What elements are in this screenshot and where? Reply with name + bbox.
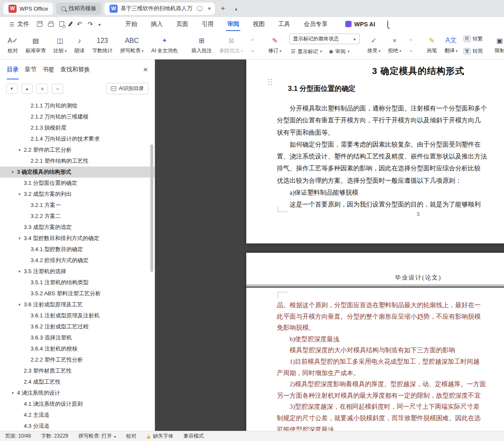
undo-icon[interactable]: ↶ [77, 20, 82, 28]
expand-triangle-icon[interactable] [18, 270, 24, 274]
ai-recognize-toc-button[interactable]: AI识别目录 [106, 83, 149, 94]
redo-icon[interactable]: ↷ [87, 20, 93, 28]
toc-item[interactable]: 3.5.2 ABS 塑料注塑工艺分析 [0, 288, 155, 299]
toc-item[interactable]: 3.2.1 方案一 [0, 200, 155, 211]
expand-all-button[interactable] [6, 84, 17, 94]
toc-item[interactable]: 3.5 注塑机的选择 [0, 266, 155, 277]
menu-tab[interactable]: 页面 [169, 17, 195, 31]
missing-font-warning[interactable]: 缺失字体 [146, 433, 173, 440]
ribbon-button[interactable]: A✓ 校对 [4, 33, 21, 57]
tab-template-store[interactable]: 找稻壳模板 [56, 3, 101, 15]
compatibility-mode[interactable]: 兼容模式 [183, 433, 204, 440]
expand-triangle-icon[interactable] [18, 237, 24, 240]
prev-next-change-button[interactable]: » [406, 46, 416, 56]
proofread-status[interactable]: 校对 [126, 433, 136, 440]
toc-item[interactable]: 3.4.1 型腔数目的确定 [0, 244, 155, 255]
tab-wps-office[interactable]: W WPS Office [3, 3, 53, 15]
track-changes-button[interactable]: ✎ 修订 [265, 33, 285, 57]
file-menu-button[interactable]: 文件 [6, 17, 33, 31]
toc-item[interactable]: 3.5.1 注塑机的结构类型 [0, 277, 155, 288]
menu-tab[interactable]: 视图 [246, 17, 271, 31]
sidebar-tab[interactable]: 目录 [7, 59, 19, 79]
save-icon[interactable] [37, 21, 42, 27]
toc-item[interactable]: 3.6.1 注射成型原理及注射机 [0, 310, 155, 321]
toc-item[interactable]: 2.1.1 万向轮的测绘 [0, 100, 155, 111]
toc-item[interactable]: 2.2.2 塑件工艺性分析 [0, 354, 155, 365]
ribbon-button[interactable]: × 拒绝 [385, 33, 405, 57]
menu-search-button[interactable] [387, 20, 388, 28]
toc-item[interactable]: 3.3 成型方案的选定 [0, 222, 155, 233]
ribbon-button[interactable]: ✓ 接受 [364, 33, 384, 57]
ribbon-button[interactable]: ◫ 比较 [50, 33, 70, 57]
expand-triangle-icon[interactable] [18, 148, 24, 152]
ribbon-button[interactable]: ♪ 朗读 [71, 33, 88, 57]
toc-item[interactable]: 2.1.3 脱模斜度 [0, 122, 155, 133]
menu-tab[interactable]: 工具 [271, 17, 297, 31]
sidebar-close-button[interactable] [143, 59, 148, 79]
convert-button[interactable]: 繁 转简 [464, 46, 483, 57]
prev-next-comment-button[interactable]: « [248, 35, 257, 44]
menu-tab[interactable]: 会员专享 [297, 17, 334, 31]
ribbon-button[interactable]: ⊠ 删除批注 [216, 33, 246, 57]
toc-item[interactable]: 2.1.4 万向轮设计的技术要求 [0, 133, 155, 144]
toc-item[interactable]: 3.6.3 选择注塑机 [0, 332, 155, 343]
toc-item[interactable]: 3.4 型腔数目和排列方式的确定 [0, 233, 155, 244]
menu-tab[interactable]: 引用 [195, 17, 220, 31]
document-canvas[interactable]: 3 确定模具的结构形式 3.1 分型面位置的确定 分开模具取出塑料制品的面，通称… [155, 59, 504, 431]
print-preview-icon[interactable] [59, 21, 64, 27]
zoom-in-outline-button[interactable] [37, 84, 48, 94]
ribbon-button[interactable]: 123 字数统计 [89, 33, 116, 57]
sidebar-tab[interactable]: 章节 [25, 59, 37, 79]
ribbon-button[interactable]: ✦ AI 全文润色 [148, 33, 181, 57]
toc-scrollbar-thumb[interactable] [150, 144, 153, 272]
document-page-5[interactable]: 3 确定模具的结构形式 3.1 分型面位置的确定 分开模具取出塑料制品的面，通称… [246, 59, 504, 243]
toc-item[interactable]: 2.3 塑件材质工艺性 [0, 365, 155, 376]
new-tab-button[interactable] [218, 3, 228, 14]
expand-triangle-icon[interactable] [18, 303, 24, 307]
toc-item[interactable]: 4.1 浇注系统的设计原则 [0, 399, 155, 410]
prev-next-change-button[interactable]: « [406, 35, 416, 44]
toc-item[interactable]: 4 浇注系统的设计 [0, 387, 155, 399]
sidebar-tab[interactable]: 查找和替换 [60, 59, 90, 79]
toc-item[interactable]: 3.4.2 腔排列方式的确定 [0, 255, 155, 266]
convert-button[interactable]: 简 转繁 [464, 34, 483, 44]
toc-item[interactable]: 2.2.1 塑件结构的工艺性 [0, 155, 155, 167]
toc-item[interactable]: 3.6 注射成型原理及工艺 [0, 299, 155, 310]
menu-tab[interactable]: 开始 [118, 17, 144, 31]
toc-item[interactable]: 3.2 成型方案的列出 [0, 189, 155, 200]
ribbon-button[interactable]: ⊞ 插入批注 [188, 33, 215, 57]
review-pane-button[interactable]: ◉ 审阅 [327, 46, 351, 57]
toc-item[interactable]: 2.1.2 万向轮的三维建模 [0, 111, 155, 122]
zoom-out-outline-button[interactable] [52, 84, 63, 94]
spell-check-toggle[interactable]: 拼写检查: 打开 [79, 433, 116, 440]
document-page-6[interactable]: 毕业设计(论文) 品。根据这个原则，分型面应首选在塑料制品最大的轮廓线上，最好在… [246, 253, 504, 431]
wps-ai-menu[interactable]: WPS AI [345, 21, 375, 28]
ribbon-button[interactable]: ▤ 标准审查 [22, 33, 49, 57]
toc-item[interactable]: 3.6.2 注射成型工艺过程 [0, 321, 155, 332]
history-chevron-icon[interactable] [99, 20, 101, 28]
ribbon-button[interactable]: ✎ 画笔 [423, 33, 440, 57]
ribbon-button[interactable]: ABC 拼写检查 [117, 33, 147, 57]
toc-item[interactable]: 3.1 分型面位置的确定 [0, 178, 155, 189]
collapse-all-button[interactable] [21, 84, 33, 94]
markup-state-dropdown[interactable]: 显示标记的最终状态 [289, 34, 360, 44]
word-count[interactable]: 字数: 23229 [41, 433, 68, 440]
ribbon-button[interactable]: A文 翻译 [441, 33, 461, 57]
menu-tab[interactable]: 插入 [144, 17, 169, 31]
prev-next-comment-button[interactable]: » [248, 46, 257, 56]
toc-item[interactable]: 2.2 塑件的工艺分析 [0, 144, 155, 155]
toc-item[interactable]: 3 确定模具的结构形式 [0, 167, 155, 178]
toc-item[interactable]: 4.2 主流道 [0, 410, 155, 421]
restrict-edit-button[interactable]: ▣ 限制 [491, 33, 504, 57]
toc-item[interactable]: 3.2.2 方案二 [0, 211, 155, 222]
menu-tab[interactable]: 审阅 [220, 17, 246, 31]
toc-item[interactable]: 2.4 成型工艺性 [0, 376, 155, 387]
expand-triangle-icon[interactable] [11, 170, 17, 174]
expand-triangle-icon[interactable] [18, 192, 24, 196]
page-indicator[interactable]: 页面: 10/48 [5, 433, 31, 440]
format-painter-icon[interactable] [68, 21, 73, 27]
expand-triangle-icon[interactable] [11, 391, 17, 395]
print-icon[interactable] [48, 23, 54, 27]
tab-document[interactable]: W 基于三维软件的扫地机器人万 [104, 3, 215, 15]
tab-list-button[interactable] [231, 3, 241, 14]
